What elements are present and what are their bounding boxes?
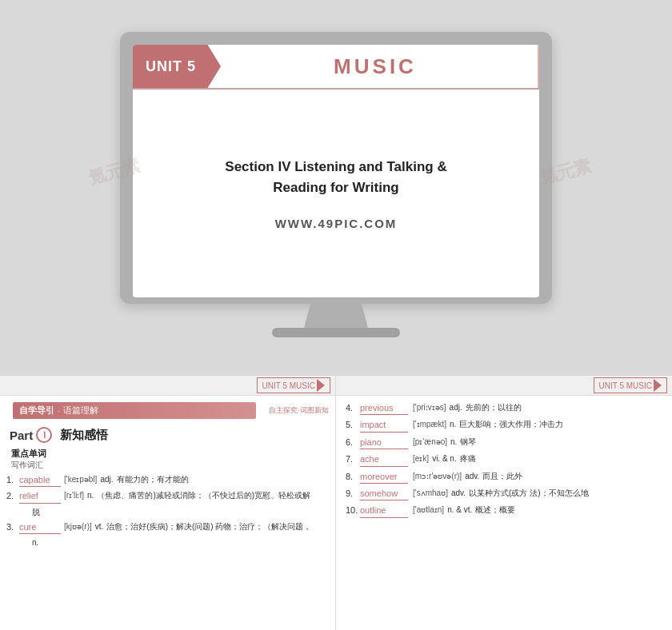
right-top-bar-label: UNIT 5 MUSIC bbox=[594, 377, 668, 393]
monitor-screen: UNIT 5 MUSIC Section IV Listening and Ta… bbox=[133, 45, 539, 297]
list-item: 2. relief [rɪ'liːf] n. （焦虑、痛苦的)减轻或消除；（不快… bbox=[6, 490, 329, 503]
left-top-bar-label: UNIT 5 MUSIC bbox=[257, 377, 331, 393]
left-vocab-list: 1. capable ['keɪpəbl] adj. 有能力的；有才能的 2. … bbox=[0, 472, 335, 553]
right-vocab-list: 4. previous ['priːvɪəs] adj. 先前的；以往的 5. … bbox=[336, 396, 672, 528]
list-item: n. bbox=[6, 537, 329, 548]
list-item: 6. piano [pɪ'ænəo] n. 钢琴 bbox=[346, 437, 662, 449]
vocab-sub: 写作词汇 bbox=[11, 460, 324, 471]
monitor-stand bbox=[304, 304, 368, 328]
right-panel: UNIT 5 MUSIC 4. previous ['priːvɪəs] adj… bbox=[336, 376, 672, 630]
bottom-section: UNIT 5 MUSIC 自学导引 · 语篇理解 自主探究·词图新知 Part … bbox=[0, 376, 672, 630]
list-item: 7. ache [eɪk] vi. & n. 疼痛 bbox=[346, 453, 662, 466]
vocab-section: 重点单词 写作词汇 bbox=[0, 446, 335, 472]
part-circle: Ⅰ bbox=[36, 427, 52, 443]
list-item: 4. previous ['priːvɪəs] adj. 先前的；以往的 bbox=[346, 402, 662, 415]
left-panel: UNIT 5 MUSIC 自学导引 · 语篇理解 自主探究·词图新知 Part … bbox=[0, 376, 336, 630]
section-banner: 自学导引 · 语篇理解 bbox=[13, 402, 256, 419]
list-item: 脱 bbox=[6, 507, 329, 518]
vocab-title: 重点单词 bbox=[11, 448, 324, 460]
list-item: 5. impact ['ɪmpækt] n. 巨大影响；强大作用；冲击力 bbox=[346, 419, 662, 432]
screen-body: Section IV Listening and Talking & Readi… bbox=[133, 90, 539, 297]
self-study-label: 自主探究·词图新知 bbox=[269, 405, 329, 416]
right-top-bar-arrow-icon bbox=[654, 379, 662, 392]
monitor-base bbox=[272, 328, 400, 337]
top-bar-arrow-icon bbox=[317, 379, 325, 392]
part-title: 新知感悟 bbox=[60, 428, 108, 443]
screen-header: UNIT 5 MUSIC bbox=[133, 45, 539, 90]
section-title: Section IV Listening and Talking & Readi… bbox=[225, 157, 446, 197]
watermark-text: WWW.49PIC.COM bbox=[275, 217, 398, 230]
monitor-section: UNIT 5 MUSIC Section IV Listening and Ta… bbox=[0, 0, 672, 376]
right-top-bar: UNIT 5 MUSIC bbox=[336, 376, 672, 396]
screen-title: MUSIC bbox=[213, 45, 539, 88]
list-item: 8. moreover [mɔːr'əʊvə(r)] adv. 而且；此外 bbox=[346, 471, 662, 484]
part-header: Part Ⅰ 新知感悟 bbox=[0, 424, 335, 446]
list-item: 10. outline ['aʊtlaɪn] n. & vt. 概述；概要 bbox=[346, 504, 662, 517]
monitor: UNIT 5 MUSIC Section IV Listening and Ta… bbox=[120, 32, 552, 344]
list-item: 9. somehow ['sʌmhaʊ] adv. 以某种方式(或方 法)；不知… bbox=[346, 488, 662, 500]
monitor-frame: UNIT 5 MUSIC Section IV Listening and Ta… bbox=[120, 32, 552, 304]
left-top-bar: UNIT 5 MUSIC bbox=[0, 376, 335, 396]
unit-badge: UNIT 5 bbox=[133, 45, 221, 88]
list-item: 1. capable ['keɪpəbl] adj. 有能力的；有才能的 bbox=[6, 474, 329, 487]
list-item: 3. cure [kjʊə(r)] vt. 治愈；治好(疾病)；解决(问题) 药… bbox=[6, 521, 329, 534]
